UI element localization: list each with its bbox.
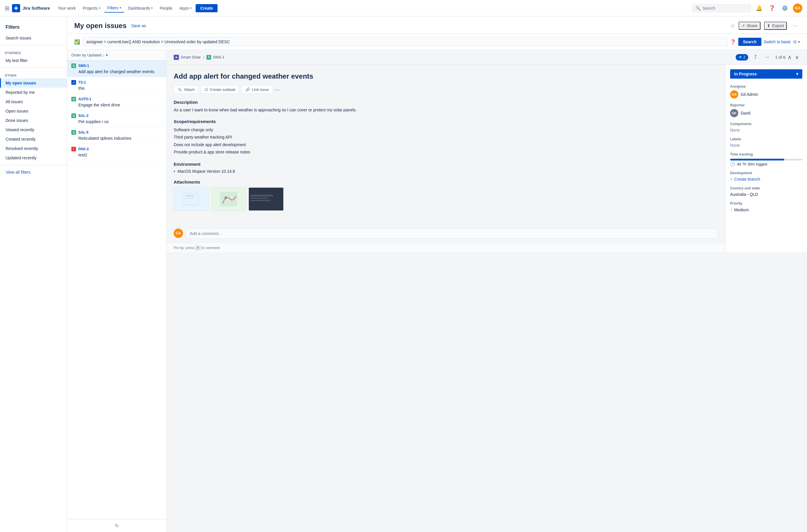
sidebar-created-recently[interactable]: Created recently — [0, 134, 67, 144]
projects-chevron-icon: ▾ — [99, 6, 100, 10]
right-sidebar: In Progress ▾ Assignee GA Gil Admin — [725, 64, 807, 252]
issue-item-sms1[interactable]: S SMS-1 Add app alert for changed weathe… — [67, 60, 166, 77]
issue-title-ts1: this — [71, 86, 162, 91]
scope-item-4: Provide product & app store release note… — [174, 149, 718, 156]
attachments-label: Attachments — [174, 179, 718, 185]
scope-section: Scope/requirements Software change only … — [174, 119, 718, 156]
priority-icon: ↑ — [730, 207, 732, 212]
labels-section: Labels None — [730, 137, 802, 148]
attach-button[interactable]: 📎 Attach — [174, 86, 199, 94]
sidebar-my-test-filter[interactable]: My test filter — [0, 56, 67, 65]
attachment-thumb-2[interactable] — [211, 187, 246, 211]
breadcrumb-project[interactable]: Smart Solar — [174, 55, 201, 60]
task-icon: ✓ — [71, 80, 76, 85]
issue-list-header: Order by Updated ↓ ▾ — [67, 50, 166, 60]
search-box[interactable]: 🔍 Search — [692, 4, 751, 12]
settings-icon[interactable]: ⚙️ — [780, 3, 789, 13]
detail-pagination: 1 of 6 ∧ ∨ — [775, 54, 800, 61]
toolbar-more-button[interactable]: ··· — [275, 86, 280, 93]
view-count-badge[interactable]: 👁 2 — [736, 54, 748, 60]
nav-projects[interactable]: Projects ▾ — [80, 4, 103, 12]
sidebar-resolved-recently[interactable]: Resolved recently — [0, 144, 67, 153]
nav-your-work[interactable]: Your work — [55, 4, 79, 12]
bullet-icon: • — [174, 169, 175, 174]
more-actions-button[interactable]: ··· — [763, 53, 772, 61]
sidebar-view-all-filters[interactable]: View all filters — [0, 168, 67, 177]
switch-to-basic-button[interactable]: Switch to basic — [764, 39, 791, 44]
time-tracking-info: 🕐 4d 7h 30m logged — [730, 162, 802, 166]
save-as-button[interactable]: Save as — [131, 23, 146, 28]
nav-filters[interactable]: Filters ▾ — [105, 4, 124, 13]
create-button[interactable]: Create — [195, 4, 218, 12]
export-button[interactable]: ⬆ Export — [764, 22, 787, 30]
nav-apps[interactable]: Apps ▾ — [176, 4, 194, 12]
sidebar-starred-label: STARRED — [0, 48, 67, 56]
create-branch-button[interactable]: ⑂ Create branch — [730, 177, 802, 182]
sidebar-viewed-recently[interactable]: Viewed recently — [0, 125, 67, 134]
attachment-thumb-1[interactable] — [174, 187, 209, 211]
sidebar-reported-by-me[interactable]: Reported by me — [0, 88, 67, 97]
sidebar-done-issues[interactable]: Done issues — [0, 116, 67, 125]
prev-issue-button[interactable]: ∧ — [787, 54, 793, 61]
jql-input[interactable] — [82, 37, 728, 46]
order-by-chevron-icon: ▾ — [106, 53, 108, 57]
sidebar-all-issues[interactable]: All issues — [0, 97, 67, 107]
help-icon[interactable]: ❓ — [767, 3, 776, 13]
environment-section: Environment • MacOS Mojave Version 10.14… — [174, 162, 718, 174]
issue-key-auto1: AUTO-1 — [78, 97, 91, 101]
sidebar-my-open-issues[interactable]: My open issues — [0, 78, 67, 88]
nav-people[interactable]: People — [157, 4, 175, 12]
status-chevron-icon: ▾ — [796, 72, 798, 76]
notifications-icon[interactable]: 🔔 — [754, 3, 764, 13]
content-area: Order by Updated ↓ ▾ S SMS-1 Add app ale… — [67, 50, 807, 532]
refresh-icon[interactable]: ↻ — [115, 523, 119, 529]
user-avatar[interactable]: GA — [793, 3, 802, 13]
comment-input[interactable]: Add a comment... — [186, 229, 718, 239]
issue-item-ts1[interactable]: ✓ TS-1 this — [67, 77, 166, 94]
star-icon[interactable]: ☆ — [730, 22, 735, 29]
components-section: Components None — [730, 122, 802, 132]
logo-area: ⊞ Jira Software — [5, 4, 50, 12]
more-options-button[interactable]: ··· — [790, 21, 800, 30]
share-detail-button[interactable]: ⤴ — [752, 53, 759, 61]
issue-item-pak3[interactable]: ! PAK-3 test2 — [67, 144, 166, 160]
detail-body: Add app alert for changed weather events… — [167, 64, 807, 252]
svg-rect-10 — [250, 197, 267, 199]
sidebar-divider-1 — [0, 45, 67, 45]
priority-value: Medium — [734, 208, 749, 212]
comment-area: GA Add a comment... — [167, 224, 725, 243]
issue-item-auto1[interactable]: S AUTO-1 Engage the silent drive — [67, 94, 166, 111]
create-subtask-button[interactable]: ☑ Create subtask — [201, 86, 239, 94]
filter-title-row: My open issues Save as ☆ ↗ Share ⬆ Expor… — [74, 21, 800, 30]
order-by-control[interactable]: Order by Updated ↓ ▾ — [71, 53, 108, 57]
view-toggle[interactable]: ⊞ ▾ — [793, 39, 800, 44]
nav-dashboards[interactable]: Dashboards ▾ — [125, 4, 156, 12]
reporter-label: Reporter — [730, 103, 802, 107]
priority-label: Priority — [730, 202, 802, 206]
status-button[interactable]: In Progress ▾ — [730, 69, 802, 79]
issue-item-sal5[interactable]: S SAL-5 Reticulated splines industries — [67, 127, 166, 144]
issue-title-pak3: test2 — [71, 153, 162, 157]
issue-title-sal5: Reticulated splines industries — [71, 136, 162, 140]
time-tracking-label: Time tracking — [730, 152, 802, 156]
attachment-thumb-3[interactable] — [248, 187, 284, 211]
next-issue-button[interactable]: ∨ — [794, 54, 800, 61]
issue-item-sal2[interactable]: S SAL-2 Pet supplies r us — [67, 111, 166, 127]
grid-icon[interactable]: ⊞ — [5, 5, 10, 12]
sidebar-divider-3 — [0, 165, 67, 165]
link-issue-button[interactable]: 🔗 Link issue — [242, 86, 273, 94]
share-button[interactable]: ↗ Share — [738, 22, 761, 30]
sidebar-other-label: OTHER — [0, 70, 67, 78]
issue-key-ts1: TS-1 — [78, 80, 86, 84]
sidebar-open-issues[interactable]: Open issues — [0, 107, 67, 116]
view-toggle-chevron-icon: ▾ — [798, 39, 800, 44]
breadcrumb-issue[interactable]: S SMS-1 — [206, 55, 225, 60]
detail-panel: Smart Solar / S SMS-1 👁 2 ⤴ ··· — [167, 50, 807, 532]
sidebar-updated-recently[interactable]: Updated recently — [0, 153, 67, 163]
sidebar-search-issues[interactable]: Search issues — [0, 33, 67, 43]
filter-header: My open issues Save as ☆ ↗ Share ⬆ Expor… — [67, 16, 807, 34]
labels-label: Labels — [730, 137, 802, 141]
jql-help-icon[interactable]: ❓ — [730, 39, 736, 45]
search-button[interactable]: Search — [738, 38, 762, 46]
issue-title-auto1: Engage the silent drive — [71, 102, 162, 107]
